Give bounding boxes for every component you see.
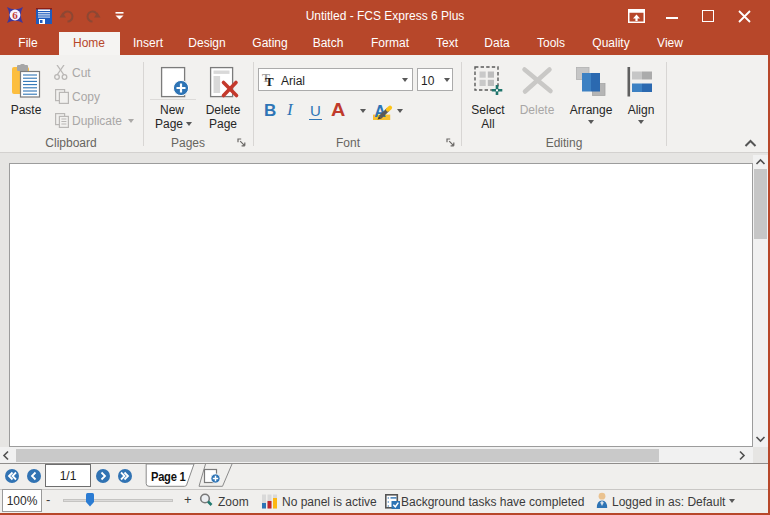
svg-text:6: 6 xyxy=(12,9,18,21)
